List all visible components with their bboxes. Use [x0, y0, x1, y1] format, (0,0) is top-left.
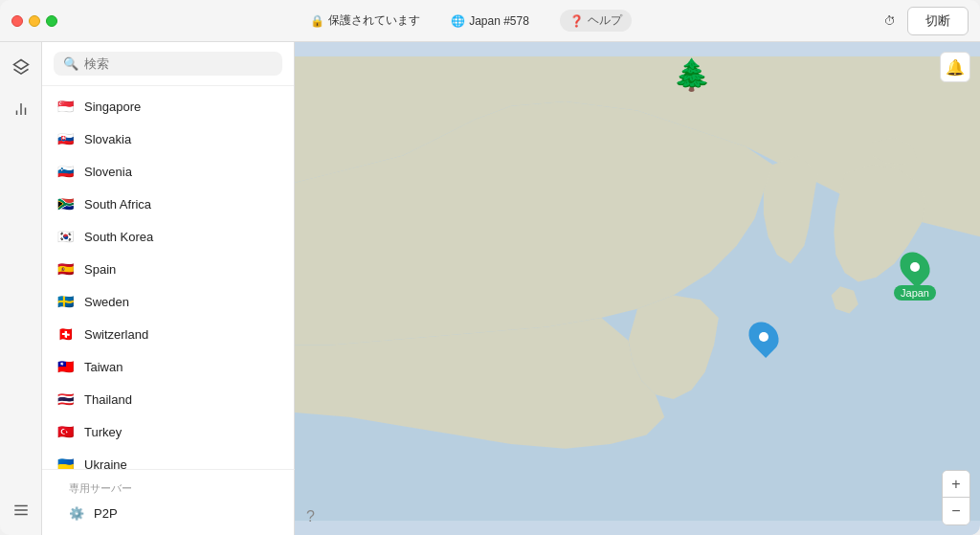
country-name-south-korea: South Korea [84, 230, 153, 244]
country-name-switzerland: Switzerland [84, 327, 148, 342]
country-item-taiwan[interactable]: 🇹🇼Taiwan [42, 350, 294, 383]
country-name-slovenia: Slovenia [84, 165, 132, 179]
map-area: 🌲 Japan 🔔 ? + − [295, 42, 980, 535]
country-item-sweden[interactable]: 🇸🇪Sweden [42, 285, 294, 318]
p2p-item[interactable]: ⚙️ P2P [56, 500, 280, 527]
flag-south-africa: 🇿🇦 [56, 194, 75, 213]
svg-marker-0 [13, 60, 28, 70]
country-panel: 🔍 🇸🇬Singapore🇸🇰Slovakia🇸🇮Slovenia🇿🇦South… [42, 42, 295, 535]
search-box: 🔍 [42, 42, 294, 86]
green-pin-icon [894, 246, 936, 288]
country-item-south-africa[interactable]: 🇿🇦South Africa [42, 188, 294, 220]
flag-taiwan: 🇹🇼 [56, 357, 75, 376]
flag-switzerland: 🇨🇭 [56, 324, 75, 344]
country-item-south-korea[interactable]: 🇰🇷South Korea [42, 220, 294, 253]
country-list: 🇸🇬Singapore🇸🇰Slovakia🇸🇮Slovenia🇿🇦South A… [42, 86, 294, 535]
sidebar-icons [0, 42, 42, 535]
country-name-taiwan: Taiwan [84, 360, 122, 374]
minimize-button[interactable] [29, 15, 40, 27]
disconnect-button[interactable]: 切断 [907, 7, 969, 35]
zoom-in-button[interactable]: + [943, 471, 969, 498]
map-tree: 🌲 [673, 56, 711, 93]
close-button[interactable] [11, 15, 23, 27]
bell-icon: 🔔 [946, 58, 965, 77]
country-item-turkey[interactable]: 🇹🇷Turkey [42, 415, 294, 448]
flag-singapore: 🇸🇬 [56, 97, 75, 116]
country-item-singapore[interactable]: 🇸🇬Singapore [42, 90, 294, 123]
country-name-thailand: Thailand [84, 392, 132, 407]
zoom-controls: + − [942, 470, 970, 525]
country-item-switzerland[interactable]: 🇨🇭Switzerland [42, 318, 294, 350]
japan-pin-label: Japan [894, 285, 936, 301]
search-icon: 🔍 [63, 56, 78, 71]
bottom-bar: 専用サーバー ⚙️ P2P [42, 469, 295, 535]
p2p-label: P2P [94, 506, 118, 521]
flag-slovakia: 🇸🇰 [56, 129, 75, 148]
country-item-spain[interactable]: 🇪🇸Spain [42, 253, 294, 285]
country-name-singapore: Singapore [84, 100, 141, 114]
server-label: Japan #578 [469, 14, 529, 28]
country-name-sweden: Sweden [84, 295, 129, 309]
secure-status: 🔒 保護されています [310, 12, 420, 29]
country-name-south-africa: South Africa [84, 197, 151, 212]
traffic-lights [11, 15, 57, 27]
p2p-icon: ⚙️ [69, 506, 84, 521]
timer-icon: ⏱ [884, 14, 896, 28]
country-name-spain: Spain [84, 262, 116, 277]
flag-turkey: 🇹🇷 [56, 422, 75, 441]
search-wrapper[interactable]: 🔍 [54, 52, 282, 76]
country-item-slovenia[interactable]: 🇸🇮Slovenia [42, 155, 294, 188]
dedicated-section-label: 専用サーバー [56, 474, 280, 500]
japan-server-pin: Japan [894, 251, 936, 301]
stats-icon[interactable] [8, 96, 34, 123]
globe-icon: 🌐 [451, 14, 465, 28]
maximize-button[interactable] [46, 15, 57, 27]
flag-south-korea: 🇰🇷 [56, 227, 75, 246]
server-info: 🌐 Japan #578 [451, 14, 529, 28]
flag-sweden: 🇸🇪 [56, 292, 75, 311]
country-item-slovakia[interactable]: 🇸🇰Slovakia [42, 123, 294, 155]
current-location-pin [750, 321, 777, 353]
help-button[interactable]: ❓ ヘルプ [560, 10, 632, 32]
search-input[interactable] [84, 56, 273, 71]
help-icon: ❓ [569, 14, 584, 28]
layers-icon[interactable] [8, 54, 34, 80]
help-map-button[interactable]: ? [306, 508, 315, 525]
titlebar-right: ⏱ 切断 [884, 7, 969, 35]
map-svg [295, 42, 980, 535]
flag-slovenia: 🇸🇮 [56, 162, 75, 181]
settings-icon[interactable] [8, 497, 34, 524]
country-name-turkey: Turkey [84, 425, 122, 439]
help-label: ヘルプ [588, 12, 622, 29]
country-name-slovakia: Slovakia [84, 132, 131, 146]
secure-label: 保護されています [328, 12, 420, 29]
flag-spain: 🇪🇸 [56, 259, 75, 279]
flag-thailand: 🇹🇭 [56, 390, 75, 409]
country-item-thailand[interactable]: 🇹🇭Thailand [42, 383, 294, 415]
titlebar: 🔒 保護されています 🌐 Japan #578 ❓ ヘルプ ⏱ 切断 [0, 0, 980, 42]
notification-bell[interactable]: 🔔 [940, 52, 970, 82]
titlebar-center: 🔒 保護されています 🌐 Japan #578 ❓ ヘルプ [65, 10, 877, 32]
zoom-out-button[interactable]: − [943, 498, 969, 524]
lock-icon: 🔒 [310, 14, 324, 28]
main-container: 🔍 🇸🇬Singapore🇸🇰Slovakia🇸🇮Slovenia🇿🇦South… [0, 42, 980, 535]
